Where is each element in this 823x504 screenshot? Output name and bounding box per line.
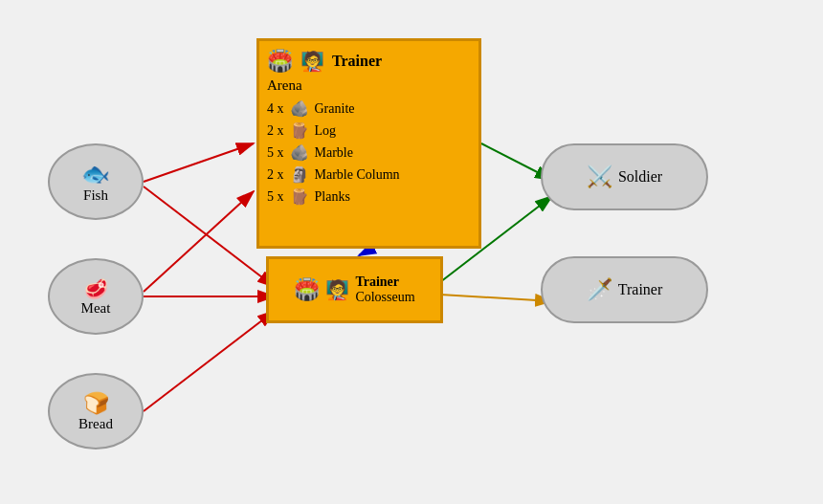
arena-icon: 🏟️: [267, 49, 293, 74]
resource-marble: 5 x 🪨 Marble: [267, 143, 471, 162]
svg-line-13: [440, 295, 552, 301]
resource-granite: 4 x 🪨 Granite: [267, 99, 471, 118]
colosseum-label2: Colosseum: [355, 290, 414, 305]
marble-column-icon: 🗿: [290, 165, 309, 184]
planks-icon: 🪵: [290, 187, 309, 206]
svg-line-5: [144, 143, 254, 182]
meat-label: Meat: [81, 300, 111, 317]
meat-node: 🥩 Meat: [48, 258, 144, 335]
trainer-figure-icon: 🧑‍🏫: [300, 50, 324, 73]
soldier-node: ⚔️ Soldier: [541, 143, 708, 210]
trainer-out-node: 🗡️ Trainer: [541, 256, 708, 323]
log-icon: 🪵: [290, 121, 309, 140]
resource-marble-column: 2 x 🗿 Marble Column: [267, 165, 471, 184]
svg-line-10: [359, 251, 368, 255]
resource-log: 2 x 🪵 Log: [267, 121, 471, 140]
bread-node: 🍞 Bread: [48, 373, 144, 449]
fish-label: Fish: [83, 187, 108, 204]
colosseum-icon: 🏟️: [294, 277, 320, 302]
trainer-out-label: Trainer: [618, 281, 663, 298]
marble-icon: 🪨: [290, 143, 309, 162]
fish-node: 🐟 Fish: [48, 143, 144, 220]
trainer-colosseum-icon: 🧑‍🏫: [325, 278, 349, 301]
granite-icon: 🪨: [290, 99, 309, 118]
fish-icon: 🐟: [81, 161, 110, 187]
resource-planks: 5 x 🪵 Planks: [267, 187, 471, 206]
soldier-label: Soldier: [618, 168, 662, 186]
arena-title2: Arena: [267, 77, 471, 94]
colosseum-label1: Trainer: [355, 274, 399, 290]
bread-icon: 🍞: [83, 391, 109, 416]
svg-line-8: [144, 191, 254, 292]
trainer-out-icon: 🗡️: [587, 277, 612, 302]
arena-title1: Trainer: [332, 53, 382, 70]
colosseum-node: 🏟️ 🧑‍🏫 Trainer Colosseum: [266, 256, 443, 323]
bread-label: Bread: [78, 416, 113, 432]
arena-box: 🏟️ 🧑‍🏫 Trainer Arena 4 x 🪨 Granite 2 x 🪵…: [256, 38, 481, 249]
svg-line-9: [144, 311, 275, 411]
meat-icon: 🥩: [84, 277, 108, 300]
svg-line-6: [144, 186, 275, 287]
soldier-icon: ⚔️: [587, 164, 612, 189]
